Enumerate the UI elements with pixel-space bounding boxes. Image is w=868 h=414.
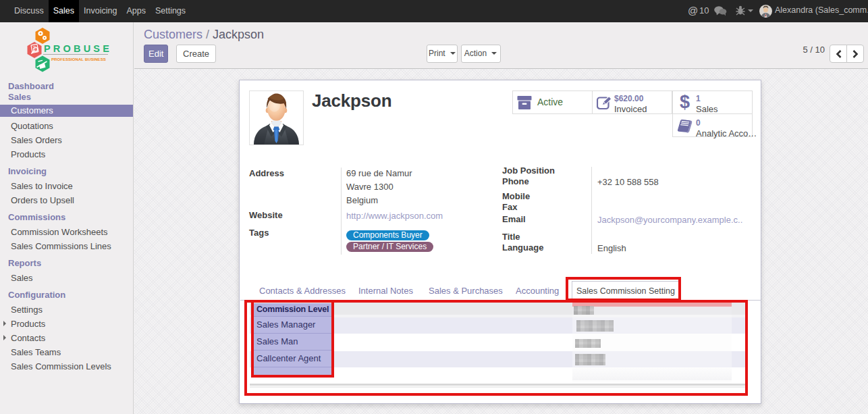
svg-text:PROFESSIONAL BUSINESS: PROFESSIONAL BUSINESS	[51, 57, 106, 61]
svg-text:PROBUSE: PROBUSE	[44, 43, 112, 54]
